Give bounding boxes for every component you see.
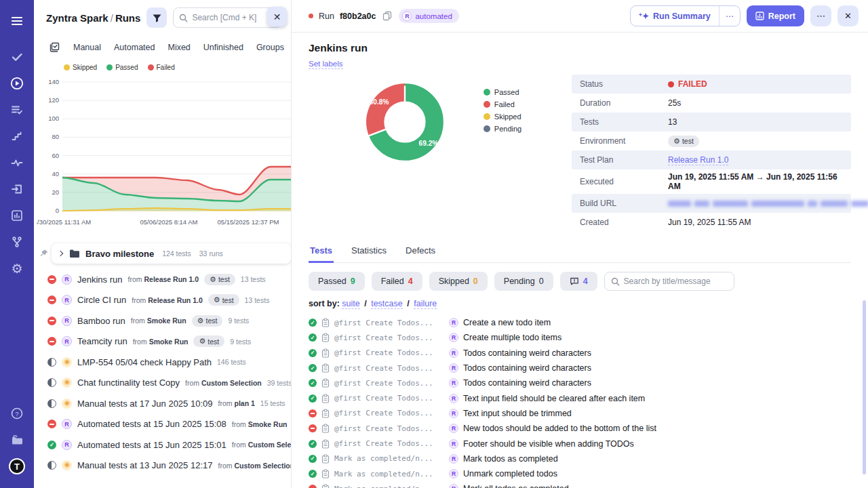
test-result-row[interactable]: @first Create Todos... Create multiple t… bbox=[309, 330, 851, 345]
test-title[interactable]: Create a new todo item bbox=[463, 318, 551, 327]
test-suite-name[interactable]: @first Create Todos... bbox=[334, 379, 444, 388]
runs-icon[interactable] bbox=[5, 72, 28, 95]
test-title[interactable]: Todos containing weird characters bbox=[463, 363, 591, 373]
test-result-row[interactable]: @first Create Todos... Create a new todo… bbox=[309, 315, 851, 330]
pin-icon[interactable] bbox=[39, 249, 49, 258]
run-name[interactable]: Automated tests at 15 Jun 2025 15:01 bbox=[77, 440, 226, 450]
test-search-input[interactable] bbox=[624, 277, 728, 286]
app-logo[interactable] bbox=[5, 455, 28, 478]
test-result-row[interactable]: Mark as completed/n... Unmark completed … bbox=[309, 466, 851, 481]
test-title[interactable]: Todos containing weird characters bbox=[463, 348, 591, 358]
menu-icon[interactable] bbox=[5, 9, 28, 33]
scrollbar-thumb[interactable] bbox=[863, 300, 866, 474]
run-name[interactable]: Bamboo run bbox=[77, 316, 125, 326]
tab-tests[interactable]: Tests bbox=[309, 241, 334, 263]
branches-icon[interactable] bbox=[5, 230, 28, 253]
tab-groups[interactable]: Groups bbox=[256, 43, 284, 52]
run-name[interactable]: Chat functinality test Copy bbox=[77, 378, 180, 388]
test-suite-name[interactable]: @first Create Todos... bbox=[334, 348, 444, 357]
settings-icon[interactable] bbox=[5, 257, 28, 280]
test-suite-name[interactable]: @first Create Todos... bbox=[334, 364, 444, 373]
import-icon[interactable] bbox=[5, 178, 28, 201]
test-suite-name[interactable]: @first Create Todos... bbox=[334, 439, 444, 448]
analytics-icon[interactable] bbox=[5, 204, 28, 227]
chevron-right-icon[interactable] bbox=[58, 251, 63, 256]
test-plan-link[interactable]: Release Run 1.0 bbox=[668, 155, 728, 165]
test-result-row[interactable]: @first Create Todos... Todos containing … bbox=[309, 361, 851, 375]
test-suite-name[interactable]: @first Create Todos... bbox=[334, 333, 444, 342]
run-name[interactable]: LMP-554 05/04 check Happy Path bbox=[77, 357, 212, 367]
tab-defects[interactable]: Defects bbox=[404, 241, 437, 262]
tab-automated[interactable]: Automated bbox=[114, 43, 155, 52]
breadcrumb-project[interactable]: Zyntra Spark bbox=[46, 12, 108, 24]
pulse-icon[interactable] bbox=[5, 151, 28, 174]
test-suite-name[interactable]: @first Create Todos... bbox=[334, 424, 444, 433]
tab-mixed[interactable]: Mixed bbox=[167, 43, 190, 52]
run-name[interactable]: Manual tests at 13 Jun 2025 12:17 bbox=[77, 460, 212, 470]
automated-badge[interactable]: automated bbox=[399, 9, 458, 23]
test-result-row[interactable]: Mark as completed/n... Mark todos as com… bbox=[309, 451, 851, 466]
test-title[interactable]: Text input field should be cleared after… bbox=[463, 394, 645, 403]
test-result-row[interactable]: @first Create Todos... Text input should… bbox=[309, 406, 851, 421]
run-list-item[interactable]: Teamcity run fromSmoke Run test 9 tests bbox=[47, 331, 291, 352]
run-name[interactable]: Teamcity run bbox=[77, 336, 127, 346]
tab-statistics[interactable]: Statistics bbox=[350, 241, 388, 262]
run-list-item[interactable]: Circle CI run fromRelease Run 1.0 test 1… bbox=[47, 290, 291, 311]
test-search[interactable] bbox=[604, 272, 734, 291]
run-name[interactable]: Automated tests at 15 Jun 2025 15:08 bbox=[77, 419, 226, 429]
test-title[interactable]: Footer should be visible when adding TOD… bbox=[463, 439, 634, 449]
test-suite-name[interactable]: @first Create Todos... bbox=[334, 319, 444, 327]
filter-failed-button[interactable]: Failed4 bbox=[372, 272, 422, 291]
test-result-row[interactable]: @first Create Todos... Todos containing … bbox=[309, 346, 851, 361]
copy-run-id-button[interactable] bbox=[381, 9, 393, 22]
run-list-item[interactable]: Manual tests at 17 Jun 2025 10:09 frompl… bbox=[47, 393, 291, 414]
test-suite-name[interactable]: Mark as completed/n... bbox=[334, 454, 444, 463]
donut-legend-passed[interactable]: Passed bbox=[494, 88, 519, 96]
milestone-item[interactable]: Bravo milestone 124 tests 33 runs bbox=[52, 243, 291, 264]
run-list-item[interactable]: Chat functinality test Copy fromCustom S… bbox=[47, 373, 291, 394]
test-result-row[interactable]: @first Create Todos... New todos should … bbox=[309, 421, 851, 436]
run-list-item[interactable]: Manual tests at 13 Jun 2025 12:17 fromCu… bbox=[47, 455, 291, 476]
filter-comments-button[interactable]: 4 bbox=[560, 272, 597, 291]
filter-skipped-button[interactable]: Skipped0 bbox=[429, 272, 488, 291]
steps-icon[interactable] bbox=[5, 125, 28, 148]
filter-passed-button[interactable]: Passed9 bbox=[309, 272, 365, 291]
run-list-item[interactable]: LMP-554 05/04 check Happy Path 146 tests bbox=[47, 352, 291, 373]
test-suite-name[interactable]: Mark as completed/n... bbox=[334, 485, 444, 488]
run-list-item[interactable]: Automated tests at 15 Jun 2025 15:01 fro… bbox=[47, 434, 291, 455]
donut-legend-skipped[interactable]: Skipped bbox=[494, 113, 521, 121]
test-result-row[interactable]: Mark as completed/n... Mark all todos as… bbox=[309, 481, 851, 488]
filter-pending-button[interactable]: Pending0 bbox=[494, 272, 553, 291]
donut-legend-failed[interactable]: Failed bbox=[494, 100, 515, 108]
sort-by-suite[interactable]: suite bbox=[342, 299, 359, 309]
more-actions-button[interactable]: ⋯ bbox=[810, 5, 831, 26]
test-plans-icon[interactable] bbox=[5, 98, 28, 121]
close-run-detail-button[interactable]: ✕ bbox=[837, 5, 859, 26]
test-title[interactable]: Todos containing weird characters bbox=[463, 378, 591, 388]
test-suite-name[interactable]: @first Create Todos... bbox=[334, 409, 444, 418]
tab-unfinished[interactable]: Unfinished bbox=[203, 43, 243, 52]
run-summary-more-button[interactable]: ⋯ bbox=[719, 6, 740, 26]
test-suite-name[interactable]: Mark as completed/n... bbox=[334, 470, 444, 479]
run-name[interactable]: Circle CI run bbox=[77, 295, 126, 305]
run-name[interactable]: Manual tests at 17 Jun 2025 10:09 bbox=[77, 399, 212, 409]
report-button[interactable]: Report bbox=[747, 5, 804, 26]
test-title[interactable]: Create multiple todo items bbox=[463, 333, 561, 342]
test-title[interactable]: New todos should be added to the bottom … bbox=[463, 424, 656, 433]
run-summary-button[interactable]: Run Summary bbox=[631, 6, 719, 26]
milestone-name[interactable]: Bravo milestone bbox=[85, 249, 154, 259]
test-title[interactable]: Text input should be trimmed bbox=[463, 409, 572, 418]
test-suite-name[interactable]: @first Create Todos... bbox=[334, 394, 444, 403]
sort-by-testcase[interactable]: testcase bbox=[371, 299, 403, 309]
run-name[interactable]: Jenkins run bbox=[77, 274, 122, 285]
runs-search-input[interactable] bbox=[192, 13, 275, 22]
sort-by-failure[interactable]: failure bbox=[414, 299, 437, 309]
run-list-item[interactable]: Jenkins run fromRelease Run 1.0 test 13 … bbox=[47, 269, 291, 290]
checks-icon[interactable] bbox=[5, 45, 28, 68]
test-title[interactable]: Mark todos as completed bbox=[463, 454, 558, 464]
tab-manual[interactable]: Manual bbox=[73, 43, 101, 52]
help-icon[interactable]: ? bbox=[5, 402, 28, 425]
test-title[interactable]: Mark all todos as completed bbox=[463, 484, 569, 488]
runs-search[interactable] bbox=[173, 7, 281, 28]
donut-legend-pending[interactable]: Pending bbox=[494, 125, 521, 133]
